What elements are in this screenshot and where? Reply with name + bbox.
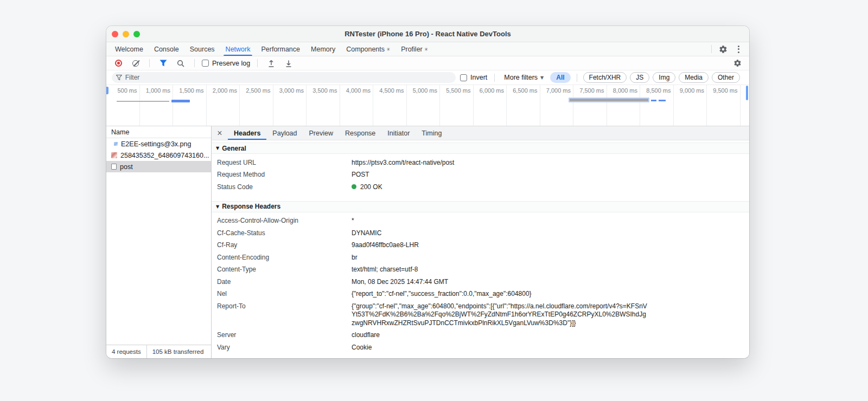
requests-count: 4 requests: [106, 348, 146, 355]
timeline-tick: 1,500 ms: [173, 85, 207, 126]
timeline-tick: 6,500 ms: [507, 85, 540, 126]
timeline-tick: 8,500 ms: [640, 85, 674, 126]
invert-checkbox[interactable]: Invert: [460, 74, 487, 81]
overview-scroll-handle[interactable]: [106, 87, 108, 94]
waterfall-bar: [171, 100, 190, 102]
tab-welcome[interactable]: Welcome: [110, 42, 149, 56]
tab-console[interactable]: Console: [149, 42, 184, 56]
request-list-panel: Name E2EE-settings@3x.png 258435352_6486…: [106, 126, 212, 358]
header-row: Vary Cookie: [212, 341, 749, 354]
overview-scrollbar[interactable]: [746, 86, 748, 100]
timeline-tick: 9,500 ms: [707, 85, 741, 126]
request-row[interactable]: E2EE-settings@3x.png: [106, 138, 211, 150]
filter-pill-other[interactable]: Other: [712, 72, 740, 83]
general-section-header[interactable]: ▼ General: [212, 143, 749, 154]
checkbox-icon[interactable]: [460, 74, 467, 81]
timeline-tick: 9,000 ms: [674, 85, 707, 126]
record-network-log-icon[interactable]: [112, 57, 125, 69]
tab-preview[interactable]: Preview: [303, 126, 339, 140]
timeline-tick: 3,000 ms: [273, 85, 307, 126]
timeline-tick: 5,000 ms: [407, 85, 441, 126]
waterfall-bar: [117, 101, 169, 102]
filter-pill-media[interactable]: Media: [679, 72, 709, 83]
waterfall-bar: [569, 98, 649, 102]
timeline-tick: 8,000 ms: [607, 85, 641, 126]
window-titlebar: RNTester (iPhone 16 Pro) - React Native …: [106, 26, 749, 42]
header-row: Nel {"report_to":"cf-nel","success_fract…: [212, 288, 749, 301]
close-detail-icon[interactable]: ×: [212, 126, 228, 140]
window-title: RNTester (iPhone 16 Pro) - React Native …: [106, 30, 749, 38]
filter-pill-all[interactable]: All: [550, 72, 570, 83]
request-row-selected[interactable]: post: [106, 161, 211, 172]
disclosure-triangle-icon: ▼: [216, 146, 219, 151]
network-status-bar: 4 requests 105 kB transferred: [106, 345, 211, 358]
filter-funnel-icon: [116, 75, 122, 80]
request-detail-pane: × Headers Payload Preview Response Initi…: [212, 126, 749, 358]
react-badge-icon: ✳: [424, 47, 428, 52]
network-overview-timeline[interactable]: 500 ms 1,000 ms 1,500 ms 2,000 ms 2,500 …: [106, 85, 749, 126]
header-row: Content-Type text/html; charset=utf-8: [212, 264, 749, 276]
search-icon[interactable]: [174, 57, 187, 69]
header-row: Cf-Cache-Status DYNAMIC: [212, 227, 749, 240]
timeline-tick: 500 ms: [106, 85, 140, 126]
clear-network-log-icon[interactable]: [129, 57, 142, 69]
image-thumbnail-icon: [111, 152, 117, 158]
settings-gear-icon[interactable]: [717, 43, 730, 55]
timeline-tick: 1,000 ms: [140, 85, 174, 126]
import-har-icon[interactable]: [265, 57, 278, 69]
chevron-down-icon: ▼: [540, 75, 544, 80]
filter-funnel-icon[interactable]: [157, 57, 170, 69]
waterfall-bar: [659, 100, 666, 101]
more-filters-button[interactable]: More filters ▼: [502, 74, 546, 81]
tab-timing[interactable]: Timing: [416, 126, 448, 140]
divider: [149, 59, 150, 67]
header-row: Cf-Ray 9aad0f46ffbc0ae8-LHR: [212, 240, 749, 252]
timeline-tick: 6,000 ms: [474, 85, 507, 126]
tab-profiler[interactable]: Profiler✳: [395, 42, 433, 56]
header-row: Content-Encoding br: [212, 251, 749, 264]
name-column-header[interactable]: Name: [106, 126, 211, 138]
timeline-tick: 7,500 ms: [573, 85, 607, 126]
response-headers-section: Access-Control-Allow-Origin * Cf-Cache-S…: [212, 212, 749, 357]
network-toolbar: Preserve log: [106, 56, 749, 70]
header-row: Report-To {"group":"cf-nel","max_age":60…: [212, 300, 749, 329]
preserve-log-checkbox[interactable]: Preserve log: [202, 60, 250, 67]
header-row: Request Method POST: [212, 169, 749, 182]
tab-performance[interactable]: Performance: [256, 42, 305, 56]
timeline-tick: 5,500 ms: [440, 85, 474, 126]
header-row: Access-Control-Allow-Origin *: [212, 215, 749, 228]
network-settings-gear-icon[interactable]: [731, 57, 744, 69]
tab-memory[interactable]: Memory: [305, 42, 341, 56]
filter-input-box[interactable]: [112, 72, 456, 83]
timeline-tick: 4,000 ms: [340, 85, 374, 126]
tab-payload[interactable]: Payload: [266, 126, 303, 140]
tab-initiator[interactable]: Initiator: [381, 126, 416, 140]
divider: [194, 59, 195, 67]
status-ok-icon: [352, 184, 356, 189]
request-row[interactable]: 258435352_648609743160...: [106, 150, 211, 161]
image-thumbnail-icon: [114, 142, 118, 146]
headers-panel: ▼ General Request URL https://ptsv3.com/…: [212, 140, 749, 358]
timeline-tick: 3,500 ms: [307, 85, 340, 126]
filter-pill-fetch-xhr[interactable]: Fetch/XHR: [583, 72, 627, 83]
filter-input[interactable]: [125, 74, 451, 81]
tab-headers[interactable]: Headers: [228, 126, 266, 140]
export-har-icon[interactable]: [282, 57, 295, 69]
tab-components[interactable]: Components✳: [341, 42, 395, 56]
timeline-tick: 7,000 ms: [540, 85, 574, 126]
filter-pill-js[interactable]: JS: [630, 72, 649, 83]
tab-network[interactable]: Network: [220, 42, 256, 56]
checkbox-icon[interactable]: [202, 60, 209, 67]
transferred-size: 105 kB transferred: [147, 348, 209, 355]
filter-pill-img[interactable]: Img: [653, 72, 675, 83]
network-filter-row: Invert More filters ▼ All Fetch/XHR JS I…: [106, 70, 749, 85]
header-row: Server cloudflare: [212, 329, 749, 342]
divider: [257, 59, 258, 67]
response-headers-section-header[interactable]: ▼ Response Headers: [212, 201, 749, 212]
timeline-tick: 4,500 ms: [373, 85, 407, 126]
document-icon: [111, 164, 117, 170]
tab-response[interactable]: Response: [339, 126, 381, 140]
tab-sources[interactable]: Sources: [184, 42, 220, 56]
kebab-menu-icon[interactable]: [732, 43, 745, 55]
general-section: Request URL https://ptsv3.com/t/react-na…: [212, 154, 749, 197]
